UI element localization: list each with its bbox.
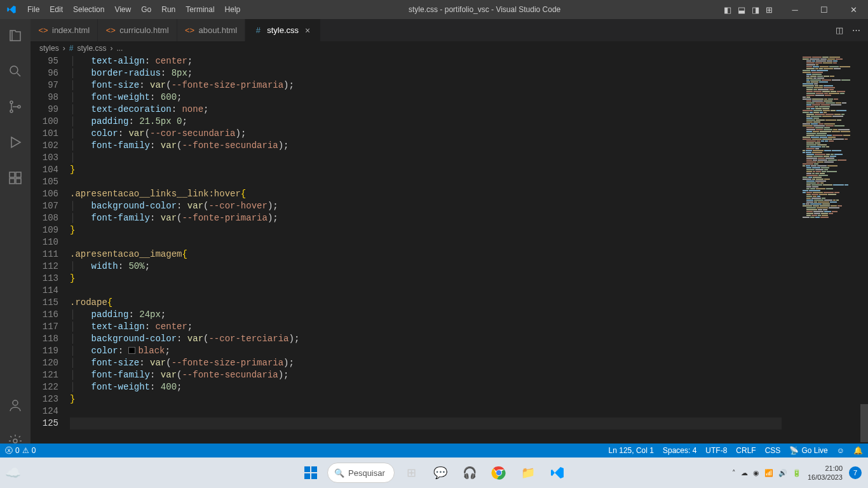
tab-label: about.html (199, 25, 238, 35)
chrome-icon[interactable] (486, 460, 512, 485)
editor[interactable]: 9596979899100101102103104105106107108109… (31, 55, 868, 445)
more-actions-icon[interactable]: ⋯ (852, 25, 860, 35)
svg-rect-6 (16, 179, 21, 184)
status-go-live[interactable]: 📡Go Live (789, 446, 827, 455)
menu-run[interactable]: Run (156, 0, 180, 19)
menu-file[interactable]: File (22, 0, 44, 19)
task-view-icon[interactable]: ⊞ (398, 460, 424, 485)
taskbar-clock[interactable]: 21:00 16/03/2023 (808, 464, 843, 482)
layout-panel-icon[interactable]: ⬓ (738, 5, 745, 15)
status-bell-icon[interactable]: 🔔 (853, 446, 863, 455)
html-file-icon: <> (105, 25, 116, 36)
notification-badge[interactable]: 7 (849, 466, 862, 479)
status-indentation[interactable]: Spaces: 4 (663, 446, 696, 455)
svg-rect-4 (10, 172, 15, 177)
run-debug-icon[interactable] (0, 130, 31, 155)
taskbar-weather[interactable]: ☁️ (5, 465, 21, 480)
html-file-icon: <> (185, 25, 195, 36)
menu-selection[interactable]: Selection (68, 0, 109, 19)
file-explorer-icon[interactable]: 📁 (515, 460, 541, 485)
breadcrumb[interactable]: styles › # style.css › ... (31, 41, 868, 55)
broadcast-icon: 📡 (789, 446, 799, 455)
svg-point-8 (13, 400, 18, 405)
chevron-right-icon: › (63, 44, 65, 53)
vscode-taskbar-icon[interactable] (545, 460, 570, 485)
svg-point-15 (496, 470, 501, 475)
source-control-icon[interactable] (0, 94, 31, 119)
onedrive-icon[interactable]: ☁ (741, 469, 748, 477)
headphones-icon[interactable]: 🎧 (457, 460, 482, 485)
chevron-up-icon[interactable]: ˄ (732, 469, 736, 477)
status-errors[interactable]: ⓧ0 ⚠0 (5, 445, 36, 456)
tab-label: curriculo.html (119, 25, 168, 35)
breadcrumb-file[interactable]: style.css (77, 44, 106, 53)
chat-icon[interactable]: 💬 (428, 460, 453, 485)
menu-terminal[interactable]: Terminal (180, 0, 219, 19)
tab-curriculo-html[interactable]: <> curriculo.html (98, 19, 177, 41)
search-icon[interactable] (0, 58, 31, 84)
search-icon: 🔍 (334, 468, 344, 478)
close-button[interactable]: ✕ (839, 0, 868, 19)
taskbar-search[interactable]: 🔍 Pesquisar (327, 463, 395, 483)
html-file-icon: <> (38, 25, 48, 36)
svg-point-9 (13, 439, 17, 443)
wifi-icon[interactable]: 📶 (764, 469, 773, 477)
tab-close-icon[interactable]: × (302, 25, 313, 36)
vscode-logo-icon (0, 4, 22, 15)
accounts-icon[interactable] (0, 393, 31, 418)
tab-index-html[interactable]: <> index.html (31, 19, 98, 41)
tab-label: style.css (267, 25, 299, 35)
window-title: style.css - portifolio_vsc - Visual Stud… (245, 5, 724, 14)
volume-icon[interactable]: 🔊 (778, 469, 787, 477)
location-icon[interactable]: ◉ (753, 469, 759, 477)
maximize-button[interactable]: ☐ (810, 0, 839, 19)
menu-edit[interactable]: Edit (44, 0, 68, 19)
system-tray[interactable]: ˄ ☁ ◉ 📶 🔊 🔋 (732, 469, 801, 477)
layout-sidebar-right-icon[interactable]: ◨ (752, 5, 759, 15)
status-cursor-position[interactable]: Ln 125, Col 1 (609, 446, 654, 455)
vertical-scrollbar[interactable] (860, 55, 868, 445)
start-button[interactable] (298, 460, 323, 485)
windows-taskbar: ☁️ 🔍 Pesquisar ⊞ 💬 🎧 📁 ˄ ☁ ◉ 📶 🔊 🔋 (0, 458, 868, 488)
editor-tabs: <> index.html <> curriculo.html <> about… (31, 19, 868, 41)
battery-icon[interactable]: 🔋 (792, 469, 801, 477)
minimap[interactable] (799, 55, 860, 220)
svg-rect-13 (311, 473, 317, 479)
split-editor-icon[interactable]: ◫ (836, 25, 843, 35)
svg-point-1 (10, 101, 13, 104)
svg-point-3 (18, 105, 20, 108)
weather-icon: ☁️ (5, 465, 21, 480)
svg-point-0 (10, 66, 18, 74)
status-feedback-icon[interactable]: ☺ (837, 446, 844, 455)
search-placeholder: Pesquisar (348, 468, 385, 478)
line-gutter: 9596979899100101102103104105106107108109… (31, 55, 70, 445)
layout-sidebar-left-icon[interactable]: ◧ (724, 5, 731, 15)
activity-bar (0, 19, 31, 458)
css-file-icon: # (253, 25, 263, 36)
svg-rect-10 (304, 466, 310, 472)
css-file-icon: # (69, 44, 74, 53)
title-bar: File Edit Selection View Go Run Terminal… (0, 0, 868, 19)
tab-label: index.html (52, 25, 90, 35)
breadcrumb-selector[interactable]: ... (116, 44, 123, 53)
tab-about-html[interactable]: <> about.html (177, 19, 246, 41)
code-area[interactable]: │ text-align: center;│ border-radius: 8p… (70, 55, 782, 430)
status-language[interactable]: CSS (765, 446, 781, 455)
layout-customize-icon[interactable]: ⊞ (766, 5, 773, 15)
minimize-button[interactable]: ─ (780, 0, 810, 19)
chevron-right-icon: › (110, 44, 112, 53)
tab-style-css[interactable]: # style.css × (245, 19, 321, 41)
status-encoding[interactable]: UTF-8 (705, 446, 727, 455)
error-icon: ⓧ (5, 445, 13, 456)
status-eol[interactable]: CRLF (736, 446, 756, 455)
scrollbar-thumb[interactable] (860, 404, 868, 442)
svg-rect-7 (16, 172, 21, 177)
explorer-icon[interactable] (0, 23, 31, 48)
menu-help[interactable]: Help (220, 0, 246, 19)
menu-go[interactable]: Go (136, 0, 156, 19)
warning-icon: ⚠ (22, 446, 29, 455)
svg-rect-11 (311, 466, 317, 472)
breadcrumb-folder[interactable]: styles (39, 44, 59, 53)
extensions-icon[interactable] (0, 165, 31, 191)
menu-view[interactable]: View (109, 0, 136, 19)
